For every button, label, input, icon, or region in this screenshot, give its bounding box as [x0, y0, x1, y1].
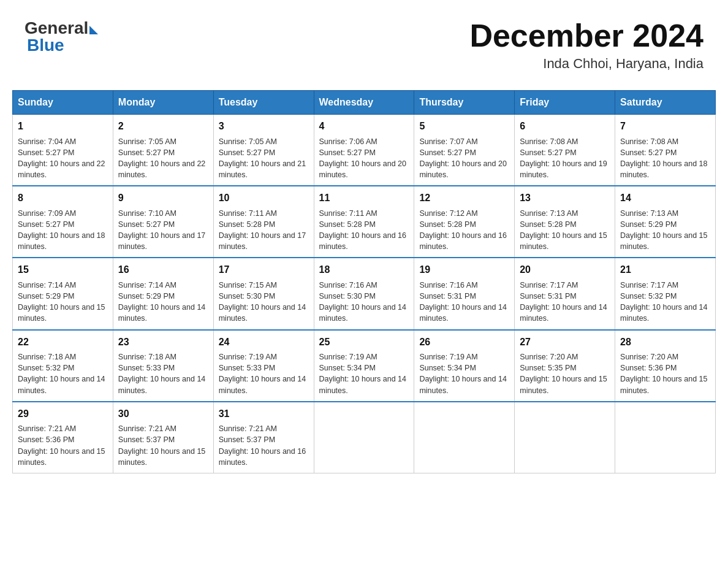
column-header-tuesday: Tuesday: [213, 91, 314, 115]
day-info: Sunrise: 7:14 AMSunset: 5:29 PMDaylight:…: [118, 281, 205, 323]
day-info: Sunrise: 7:19 AMSunset: 5:34 PMDaylight:…: [319, 353, 406, 395]
calendar-cell: 11 Sunrise: 7:11 AMSunset: 5:28 PMDaylig…: [314, 186, 414, 258]
day-number: 14: [620, 191, 710, 205]
day-number: 31: [219, 407, 309, 421]
day-number: 30: [118, 407, 208, 421]
calendar-cell: 17 Sunrise: 7:15 AMSunset: 5:30 PMDaylig…: [213, 258, 314, 329]
day-number: 3: [219, 120, 309, 133]
day-number: 24: [219, 335, 309, 349]
day-info: Sunrise: 7:20 AMSunset: 5:36 PMDaylight:…: [620, 353, 707, 395]
calendar-cell: 15 Sunrise: 7:14 AMSunset: 5:29 PMDaylig…: [13, 258, 113, 329]
day-info: Sunrise: 7:08 AMSunset: 5:27 PMDaylight:…: [620, 137, 707, 180]
day-info: Sunrise: 7:19 AMSunset: 5:33 PMDaylight:…: [219, 353, 306, 395]
day-info: Sunrise: 7:21 AMSunset: 5:36 PMDaylight:…: [18, 424, 105, 467]
calendar-cell: 5 Sunrise: 7:07 AMSunset: 5:27 PMDayligh…: [414, 115, 515, 186]
month-title: December 2024: [469, 18, 703, 53]
day-number: 7: [620, 120, 710, 133]
column-header-sunday: Sunday: [13, 91, 113, 115]
day-info: Sunrise: 7:06 AMSunset: 5:27 PMDaylight:…: [319, 137, 406, 180]
day-number: 8: [18, 191, 108, 205]
day-number: 28: [620, 335, 710, 349]
day-info: Sunrise: 7:16 AMSunset: 5:31 PMDaylight:…: [419, 281, 506, 323]
day-info: Sunrise: 7:18 AMSunset: 5:32 PMDaylight:…: [18, 353, 105, 395]
calendar-cell: 1 Sunrise: 7:04 AMSunset: 5:27 PMDayligh…: [13, 115, 113, 186]
day-number: 15: [18, 263, 108, 277]
calendar-cell: 20 Sunrise: 7:17 AMSunset: 5:31 PMDaylig…: [515, 258, 615, 329]
calendar-cell: 2 Sunrise: 7:05 AMSunset: 5:27 PMDayligh…: [113, 115, 213, 186]
day-info: Sunrise: 7:15 AMSunset: 5:30 PMDaylight:…: [219, 281, 306, 323]
day-info: Sunrise: 7:11 AMSunset: 5:28 PMDaylight:…: [219, 209, 306, 251]
column-header-thursday: Thursday: [414, 91, 515, 115]
calendar-cell: 13 Sunrise: 7:13 AMSunset: 5:28 PMDaylig…: [515, 186, 615, 258]
day-number: 2: [118, 120, 208, 133]
calendar-cell: 18 Sunrise: 7:16 AMSunset: 5:30 PMDaylig…: [314, 258, 414, 329]
column-header-friday: Friday: [515, 91, 615, 115]
day-number: 16: [118, 263, 208, 277]
calendar-cell: 28 Sunrise: 7:20 AMSunset: 5:36 PMDaylig…: [615, 330, 716, 402]
calendar-week-row: 15 Sunrise: 7:14 AMSunset: 5:29 PMDaylig…: [13, 258, 716, 329]
day-number: 12: [419, 191, 509, 205]
title-section: December 2024 Inda Chhoi, Haryana, India: [469, 18, 703, 72]
page-header: General Blue December 2024 Inda Chhoi, H…: [12, 12, 716, 78]
calendar-cell: 26 Sunrise: 7:19 AMSunset: 5:34 PMDaylig…: [414, 330, 515, 402]
day-number: 6: [520, 120, 610, 133]
day-number: 25: [319, 335, 409, 349]
day-number: 1: [18, 120, 108, 133]
calendar-week-row: 8 Sunrise: 7:09 AMSunset: 5:27 PMDayligh…: [13, 186, 716, 258]
day-number: 4: [319, 120, 409, 133]
day-number: 29: [18, 407, 108, 421]
day-info: Sunrise: 7:05 AMSunset: 5:27 PMDaylight:…: [118, 137, 205, 180]
calendar-cell: 12 Sunrise: 7:12 AMSunset: 5:28 PMDaylig…: [414, 186, 515, 258]
day-number: 27: [520, 335, 610, 349]
day-number: 23: [118, 335, 208, 349]
day-number: 19: [419, 263, 509, 277]
day-info: Sunrise: 7:20 AMSunset: 5:35 PMDaylight:…: [520, 353, 607, 395]
column-header-saturday: Saturday: [615, 91, 716, 115]
calendar-week-row: 29 Sunrise: 7:21 AMSunset: 5:36 PMDaylig…: [13, 402, 716, 473]
day-info: Sunrise: 7:21 AMSunset: 5:37 PMDaylight:…: [118, 424, 205, 467]
calendar-cell: [314, 402, 414, 473]
logo-arrow-icon: [89, 26, 98, 34]
calendar-cell: 31 Sunrise: 7:21 AMSunset: 5:37 PMDaylig…: [213, 402, 314, 473]
location: Inda Chhoi, Haryana, India: [469, 56, 703, 72]
calendar-cell: 21 Sunrise: 7:17 AMSunset: 5:32 PMDaylig…: [615, 258, 716, 329]
calendar-cell: 6 Sunrise: 7:08 AMSunset: 5:27 PMDayligh…: [515, 115, 615, 186]
calendar-cell: [615, 402, 716, 473]
day-number: 22: [18, 335, 108, 349]
calendar-cell: 7 Sunrise: 7:08 AMSunset: 5:27 PMDayligh…: [615, 115, 716, 186]
calendar-table: SundayMondayTuesdayWednesdayThursdayFrid…: [12, 90, 716, 473]
day-number: 11: [319, 191, 409, 205]
calendar-cell: 4 Sunrise: 7:06 AMSunset: 5:27 PMDayligh…: [314, 115, 414, 186]
day-info: Sunrise: 7:08 AMSunset: 5:27 PMDaylight:…: [520, 137, 607, 180]
day-info: Sunrise: 7:10 AMSunset: 5:27 PMDaylight:…: [118, 209, 205, 251]
day-info: Sunrise: 7:09 AMSunset: 5:27 PMDaylight:…: [18, 209, 105, 251]
calendar-cell: 25 Sunrise: 7:19 AMSunset: 5:34 PMDaylig…: [314, 330, 414, 402]
calendar-cell: 24 Sunrise: 7:19 AMSunset: 5:33 PMDaylig…: [213, 330, 314, 402]
day-number: 13: [520, 191, 610, 205]
day-info: Sunrise: 7:13 AMSunset: 5:28 PMDaylight:…: [520, 209, 607, 251]
day-info: Sunrise: 7:11 AMSunset: 5:28 PMDaylight:…: [319, 209, 406, 251]
calendar-cell: 29 Sunrise: 7:21 AMSunset: 5:36 PMDaylig…: [13, 402, 113, 473]
day-info: Sunrise: 7:19 AMSunset: 5:34 PMDaylight:…: [419, 353, 506, 395]
calendar-cell: 19 Sunrise: 7:16 AMSunset: 5:31 PMDaylig…: [414, 258, 515, 329]
calendar-cell: 9 Sunrise: 7:10 AMSunset: 5:27 PMDayligh…: [113, 186, 213, 258]
day-number: 10: [219, 191, 309, 205]
logo-blue-text: Blue: [27, 36, 64, 55]
calendar-cell: 14 Sunrise: 7:13 AMSunset: 5:29 PMDaylig…: [615, 186, 716, 258]
day-info: Sunrise: 7:05 AMSunset: 5:27 PMDaylight:…: [219, 137, 306, 180]
day-number: 26: [419, 335, 509, 349]
column-header-monday: Monday: [113, 91, 213, 115]
column-header-wednesday: Wednesday: [314, 91, 414, 115]
calendar-cell: 3 Sunrise: 7:05 AMSunset: 5:27 PMDayligh…: [213, 115, 314, 186]
day-number: 20: [520, 263, 610, 277]
day-info: Sunrise: 7:07 AMSunset: 5:27 PMDaylight:…: [419, 137, 506, 180]
calendar-week-row: 22 Sunrise: 7:18 AMSunset: 5:32 PMDaylig…: [13, 330, 716, 402]
calendar-cell: 16 Sunrise: 7:14 AMSunset: 5:29 PMDaylig…: [113, 258, 213, 329]
day-info: Sunrise: 7:16 AMSunset: 5:30 PMDaylight:…: [319, 281, 406, 323]
day-info: Sunrise: 7:14 AMSunset: 5:29 PMDaylight:…: [18, 281, 105, 323]
calendar-header-row: SundayMondayTuesdayWednesdayThursdayFrid…: [13, 91, 716, 115]
calendar-week-row: 1 Sunrise: 7:04 AMSunset: 5:27 PMDayligh…: [13, 115, 716, 186]
day-number: 5: [419, 120, 509, 133]
calendar-cell: [414, 402, 515, 473]
day-info: Sunrise: 7:04 AMSunset: 5:27 PMDaylight:…: [18, 137, 105, 180]
